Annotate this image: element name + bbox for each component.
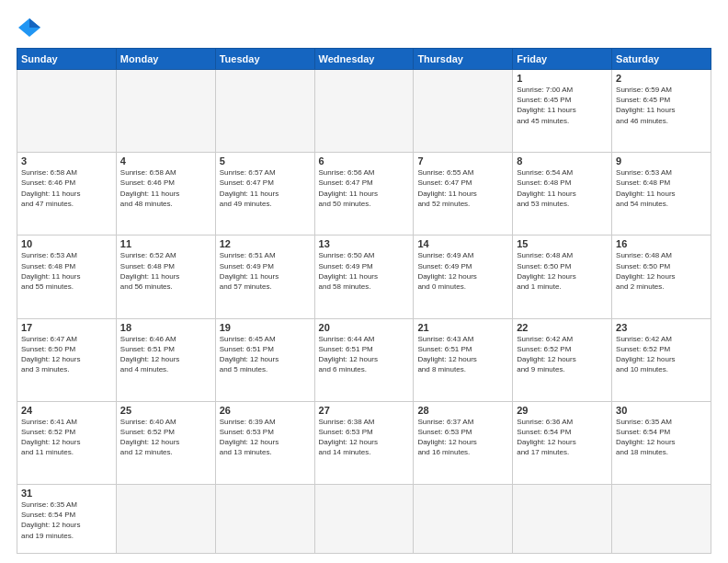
day-header-friday: Friday bbox=[513, 49, 612, 70]
calendar-cell: 27Sunrise: 6:38 AM Sunset: 6:53 PM Dayli… bbox=[314, 401, 414, 484]
calendar-cell: 30Sunrise: 6:35 AM Sunset: 6:54 PM Dayli… bbox=[612, 401, 711, 484]
day-number: 12 bbox=[220, 238, 311, 249]
day-info: Sunrise: 6:50 AM Sunset: 6:49 PM Dayligh… bbox=[319, 250, 410, 292]
calendar-cell: 13Sunrise: 6:50 AM Sunset: 6:49 PM Dayli… bbox=[314, 236, 414, 318]
calendar-cell: 16Sunrise: 6:48 AM Sunset: 6:50 PM Dayli… bbox=[612, 236, 711, 318]
calendar-cell: 17Sunrise: 6:47 AM Sunset: 6:50 PM Dayli… bbox=[17, 318, 117, 401]
header bbox=[17, 15, 711, 40]
day-number: 28 bbox=[417, 405, 508, 416]
day-number: 26 bbox=[220, 405, 311, 416]
day-info: Sunrise: 6:36 AM Sunset: 6:54 PM Dayligh… bbox=[517, 417, 608, 458]
day-number: 3 bbox=[21, 155, 112, 167]
calendar-cell bbox=[314, 485, 414, 554]
day-info: Sunrise: 6:58 AM Sunset: 6:46 PM Dayligh… bbox=[120, 167, 211, 209]
day-info: Sunrise: 6:55 AM Sunset: 6:47 PM Dayligh… bbox=[417, 167, 508, 209]
day-number: 21 bbox=[417, 322, 508, 333]
days-header-row: SundayMondayTuesdayWednesdayThursdayFrid… bbox=[17, 49, 711, 70]
day-number: 8 bbox=[517, 155, 608, 167]
calendar-table: SundayMondayTuesdayWednesdayThursdayFrid… bbox=[17, 48, 711, 554]
day-number: 25 bbox=[120, 405, 211, 416]
day-info: Sunrise: 6:38 AM Sunset: 6:53 PM Dayligh… bbox=[319, 417, 410, 458]
calendar-week-4: 17Sunrise: 6:47 AM Sunset: 6:50 PM Dayli… bbox=[17, 318, 711, 401]
day-header-sunday: Sunday bbox=[17, 49, 117, 70]
calendar-cell bbox=[17, 70, 117, 153]
calendar-cell: 31Sunrise: 6:35 AM Sunset: 6:54 PM Dayli… bbox=[17, 485, 117, 554]
calendar-cell: 20Sunrise: 6:44 AM Sunset: 6:51 PM Dayli… bbox=[314, 318, 414, 401]
calendar-cell bbox=[414, 70, 513, 153]
calendar-cell: 12Sunrise: 6:51 AM Sunset: 6:49 PM Dayli… bbox=[215, 236, 314, 318]
calendar-cell: 14Sunrise: 6:49 AM Sunset: 6:49 PM Dayli… bbox=[414, 236, 513, 318]
calendar-cell: 4Sunrise: 6:58 AM Sunset: 6:46 PM Daylig… bbox=[116, 153, 215, 236]
day-header-saturday: Saturday bbox=[612, 49, 711, 70]
day-number: 22 bbox=[517, 322, 608, 333]
calendar-week-3: 10Sunrise: 6:53 AM Sunset: 6:48 PM Dayli… bbox=[17, 236, 711, 318]
calendar-cell bbox=[612, 485, 711, 554]
calendar-cell: 2Sunrise: 6:59 AM Sunset: 6:45 PM Daylig… bbox=[612, 70, 711, 153]
day-info: Sunrise: 6:57 AM Sunset: 6:47 PM Dayligh… bbox=[220, 167, 311, 209]
day-number: 17 bbox=[21, 322, 112, 333]
calendar-cell: 18Sunrise: 6:46 AM Sunset: 6:51 PM Dayli… bbox=[116, 318, 215, 401]
day-number: 6 bbox=[319, 155, 410, 167]
calendar-cell: 22Sunrise: 6:42 AM Sunset: 6:52 PM Dayli… bbox=[513, 318, 612, 401]
day-number: 20 bbox=[319, 322, 410, 333]
day-number: 27 bbox=[319, 405, 410, 416]
day-number: 14 bbox=[417, 238, 508, 249]
calendar-cell: 7Sunrise: 6:55 AM Sunset: 6:47 PM Daylig… bbox=[414, 153, 513, 236]
day-number: 5 bbox=[220, 155, 311, 167]
day-info: Sunrise: 6:54 AM Sunset: 6:48 PM Dayligh… bbox=[517, 167, 608, 209]
day-number: 31 bbox=[21, 488, 112, 499]
day-info: Sunrise: 6:53 AM Sunset: 6:48 PM Dayligh… bbox=[616, 167, 707, 209]
calendar-cell: 5Sunrise: 6:57 AM Sunset: 6:47 PM Daylig… bbox=[215, 153, 314, 236]
day-info: Sunrise: 6:48 AM Sunset: 6:50 PM Dayligh… bbox=[616, 250, 707, 292]
day-info: Sunrise: 6:43 AM Sunset: 6:51 PM Dayligh… bbox=[417, 334, 508, 375]
day-info: Sunrise: 6:42 AM Sunset: 6:52 PM Dayligh… bbox=[517, 334, 608, 375]
page: SundayMondayTuesdayWednesdayThursdayFrid… bbox=[0, 0, 728, 563]
calendar-cell: 15Sunrise: 6:48 AM Sunset: 6:50 PM Dayli… bbox=[513, 236, 612, 318]
calendar-week-6: 31Sunrise: 6:35 AM Sunset: 6:54 PM Dayli… bbox=[17, 485, 711, 554]
calendar-cell: 26Sunrise: 6:39 AM Sunset: 6:53 PM Dayli… bbox=[215, 401, 314, 484]
calendar-cell: 1Sunrise: 7:00 AM Sunset: 6:45 PM Daylig… bbox=[513, 70, 612, 153]
day-number: 2 bbox=[616, 73, 707, 84]
day-number: 9 bbox=[616, 155, 707, 167]
calendar-cell: 29Sunrise: 6:36 AM Sunset: 6:54 PM Dayli… bbox=[513, 401, 612, 484]
day-info: Sunrise: 6:40 AM Sunset: 6:52 PM Dayligh… bbox=[120, 417, 211, 458]
day-number: 19 bbox=[220, 322, 311, 333]
calendar-cell bbox=[215, 485, 314, 554]
calendar-cell bbox=[314, 70, 414, 153]
day-number: 24 bbox=[21, 405, 112, 416]
day-number: 18 bbox=[120, 322, 211, 333]
day-info: Sunrise: 6:39 AM Sunset: 6:53 PM Dayligh… bbox=[220, 417, 311, 458]
calendar-cell bbox=[215, 70, 314, 153]
day-info: Sunrise: 6:59 AM Sunset: 6:45 PM Dayligh… bbox=[616, 85, 707, 126]
calendar-cell: 6Sunrise: 6:56 AM Sunset: 6:47 PM Daylig… bbox=[314, 153, 414, 236]
day-header-wednesday: Wednesday bbox=[314, 49, 414, 70]
day-number: 11 bbox=[120, 238, 211, 249]
calendar-week-2: 3Sunrise: 6:58 AM Sunset: 6:46 PM Daylig… bbox=[17, 153, 711, 236]
day-number: 4 bbox=[120, 155, 211, 167]
calendar-cell: 10Sunrise: 6:53 AM Sunset: 6:48 PM Dayli… bbox=[17, 236, 117, 318]
day-number: 13 bbox=[319, 238, 410, 249]
calendar-cell: 8Sunrise: 6:54 AM Sunset: 6:48 PM Daylig… bbox=[513, 153, 612, 236]
logo bbox=[17, 15, 46, 40]
day-info: Sunrise: 6:48 AM Sunset: 6:50 PM Dayligh… bbox=[517, 250, 608, 292]
day-number: 23 bbox=[616, 322, 707, 333]
calendar-cell bbox=[116, 70, 215, 153]
day-info: Sunrise: 6:41 AM Sunset: 6:52 PM Dayligh… bbox=[21, 417, 112, 458]
calendar-cell: 19Sunrise: 6:45 AM Sunset: 6:51 PM Dayli… bbox=[215, 318, 314, 401]
day-info: Sunrise: 6:56 AM Sunset: 6:47 PM Dayligh… bbox=[319, 167, 410, 209]
svg-marker-1 bbox=[29, 18, 40, 28]
calendar-cell: 24Sunrise: 6:41 AM Sunset: 6:52 PM Dayli… bbox=[17, 401, 117, 484]
day-info: Sunrise: 6:51 AM Sunset: 6:49 PM Dayligh… bbox=[220, 250, 311, 292]
day-info: Sunrise: 6:42 AM Sunset: 6:52 PM Dayligh… bbox=[616, 334, 707, 375]
day-info: Sunrise: 6:53 AM Sunset: 6:48 PM Dayligh… bbox=[21, 250, 112, 292]
calendar-cell: 25Sunrise: 6:40 AM Sunset: 6:52 PM Dayli… bbox=[116, 401, 215, 484]
calendar-cell: 21Sunrise: 6:43 AM Sunset: 6:51 PM Dayli… bbox=[414, 318, 513, 401]
day-info: Sunrise: 6:49 AM Sunset: 6:49 PM Dayligh… bbox=[417, 250, 508, 292]
day-info: Sunrise: 6:35 AM Sunset: 6:54 PM Dayligh… bbox=[616, 417, 707, 458]
day-info: Sunrise: 6:46 AM Sunset: 6:51 PM Dayligh… bbox=[120, 334, 211, 375]
day-number: 16 bbox=[616, 238, 707, 249]
calendar-cell bbox=[414, 485, 513, 554]
calendar-cell: 28Sunrise: 6:37 AM Sunset: 6:53 PM Dayli… bbox=[414, 401, 513, 484]
day-info: Sunrise: 6:52 AM Sunset: 6:48 PM Dayligh… bbox=[120, 250, 211, 292]
day-header-monday: Monday bbox=[116, 49, 215, 70]
